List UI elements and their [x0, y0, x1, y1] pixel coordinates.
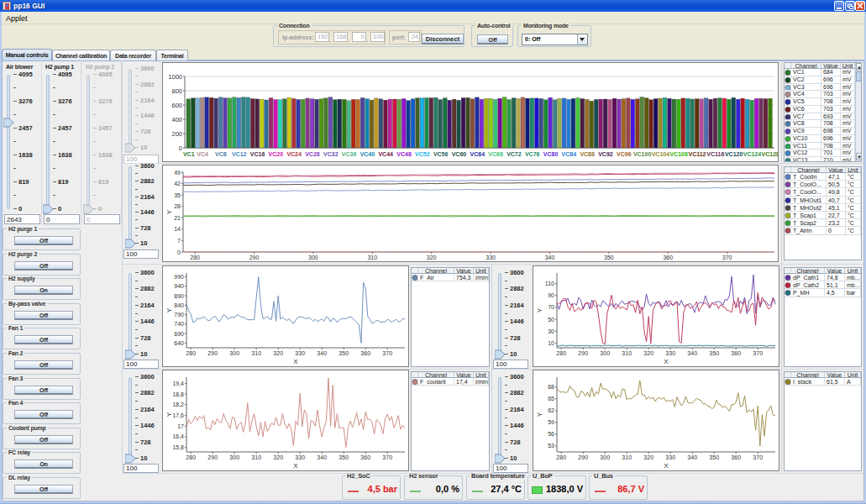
svg-text:VC84: VC84 [562, 151, 577, 157]
svg-text:340: 340 [317, 350, 327, 356]
svg-text:300: 300 [229, 350, 239, 356]
svg-text:300: 300 [229, 454, 239, 460]
svg-text:VC64: VC64 [470, 151, 485, 157]
svg-text:300: 300 [600, 350, 610, 356]
svg-text:280: 280 [190, 255, 200, 260]
svg-text:VC76: VC76 [525, 151, 540, 157]
svg-text:VC48: VC48 [396, 151, 412, 157]
svg-text:360: 360 [360, 350, 370, 356]
svg-text:370: 370 [753, 350, 763, 356]
svg-text:VC104: VC104 [652, 151, 670, 157]
svg-text:360: 360 [731, 454, 741, 460]
svg-text:42: 42 [174, 181, 181, 186]
svg-text:18,2: 18,2 [172, 402, 184, 407]
svg-text:VC28: VC28 [305, 151, 320, 157]
svg-text:290: 290 [207, 350, 218, 356]
svg-text:VC56: VC56 [433, 151, 449, 157]
svg-text:50: 50 [548, 317, 554, 323]
svg-text:350: 350 [339, 454, 349, 460]
svg-text:320: 320 [273, 350, 283, 356]
svg-text:330: 330 [665, 454, 675, 460]
svg-text:370: 370 [382, 454, 392, 460]
svg-text:890: 890 [174, 293, 184, 299]
svg-text:0: 0 [179, 144, 182, 152]
svg-text:280: 280 [186, 454, 196, 460]
svg-text:VC40: VC40 [360, 151, 375, 157]
svg-text:VC120: VC120 [725, 151, 743, 157]
svg-text:340: 340 [687, 350, 697, 356]
svg-text:VC128: VC128 [762, 151, 778, 157]
svg-text:59: 59 [548, 419, 554, 425]
svg-text:VC4: VC4 [197, 151, 208, 157]
svg-text:340: 340 [317, 454, 327, 460]
svg-text:19,4: 19,4 [172, 381, 184, 386]
svg-text:Y: Y [536, 412, 543, 417]
svg-text:370: 370 [722, 255, 732, 260]
svg-text:330: 330 [295, 454, 305, 460]
svg-text:17,6: 17,6 [172, 412, 184, 418]
svg-text:35: 35 [174, 192, 181, 198]
svg-text:14: 14 [174, 226, 181, 232]
svg-text:320: 320 [643, 350, 653, 356]
svg-text:90: 90 [548, 292, 554, 298]
svg-text:320: 320 [427, 255, 437, 260]
svg-text:VC100: VC100 [633, 151, 652, 157]
svg-text:X: X [664, 358, 669, 365]
svg-text:VC16: VC16 [250, 151, 265, 157]
svg-text:VC8: VC8 [215, 151, 227, 157]
svg-text:840: 840 [174, 302, 184, 308]
svg-text:110: 110 [545, 281, 554, 286]
svg-text:X: X [664, 462, 669, 470]
svg-text:290: 290 [578, 454, 588, 460]
svg-text:370: 370 [753, 454, 763, 460]
svg-text:310: 310 [622, 350, 632, 356]
svg-text:0: 0 [177, 249, 181, 255]
svg-text:VC68: VC68 [488, 151, 503, 157]
svg-text:21: 21 [174, 215, 181, 221]
svg-text:VC44: VC44 [378, 151, 393, 157]
svg-text:X: X [293, 358, 298, 365]
svg-text:VC108: VC108 [670, 151, 689, 157]
svg-text:350: 350 [604, 255, 614, 260]
svg-text:VC32: VC32 [323, 151, 339, 157]
svg-text:600: 600 [171, 102, 182, 109]
svg-text:340: 340 [687, 454, 697, 460]
svg-text:280: 280 [556, 454, 566, 460]
svg-text:350: 350 [709, 350, 719, 356]
svg-text:360: 360 [731, 350, 741, 356]
svg-text:15,8: 15,8 [172, 444, 184, 450]
svg-text:VC36: VC36 [342, 151, 357, 157]
svg-text:350: 350 [339, 350, 349, 356]
svg-text:800: 800 [171, 87, 182, 95]
svg-text:360: 360 [360, 454, 370, 460]
svg-text:320: 320 [273, 454, 283, 460]
svg-text:200: 200 [171, 130, 182, 138]
svg-text:17: 17 [177, 423, 184, 429]
svg-text:310: 310 [367, 255, 377, 260]
svg-text:320: 320 [643, 454, 653, 460]
svg-text:VC112: VC112 [689, 151, 706, 157]
svg-text:VC12: VC12 [232, 151, 247, 157]
svg-text:290: 290 [578, 350, 588, 356]
svg-text:7: 7 [177, 238, 181, 244]
svg-text:65: 65 [548, 396, 554, 402]
svg-text:VC1: VC1 [183, 151, 195, 157]
svg-text:740: 740 [174, 321, 184, 327]
svg-text:VC52: VC52 [415, 151, 430, 157]
svg-text:310: 310 [622, 454, 632, 460]
svg-text:330: 330 [485, 255, 496, 260]
svg-text:690: 690 [174, 331, 184, 337]
svg-text:16,4: 16,4 [172, 433, 184, 439]
svg-text:310: 310 [251, 454, 261, 460]
svg-text:300: 300 [600, 454, 610, 460]
svg-text:370: 370 [382, 350, 392, 356]
svg-text:10: 10 [548, 340, 554, 346]
svg-text:VC88: VC88 [580, 151, 595, 157]
svg-text:290: 290 [249, 255, 260, 260]
svg-text:790: 790 [174, 312, 184, 318]
svg-text:Y: Y [165, 412, 173, 417]
svg-text:68: 68 [548, 384, 554, 390]
svg-text:VC72: VC72 [506, 151, 522, 157]
svg-text:VC20: VC20 [269, 151, 284, 157]
svg-text:400: 400 [171, 116, 182, 123]
